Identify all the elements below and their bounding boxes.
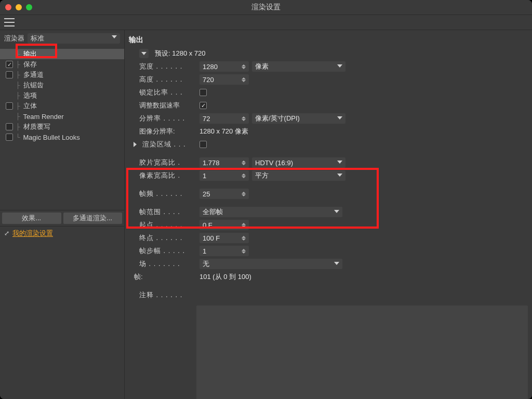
preset-name[interactable]: 我的渲染设置: [12, 229, 53, 238]
multipass-render-button[interactable]: 多通道渲染...: [63, 212, 123, 224]
toolbar: [0, 15, 532, 30]
pixel-aspect-dropdown[interactable]: 平方: [252, 170, 345, 181]
spinner-icon[interactable]: [242, 220, 248, 230]
hamburger-menu-icon[interactable]: [4, 18, 15, 26]
film-aspect-input[interactable]: 1.778: [200, 157, 249, 168]
width-unit-dropdown[interactable]: 像素: [252, 61, 345, 72]
fps-row: 帧频 . . . . . . 25: [129, 188, 528, 200]
frame-step-input[interactable]: 1: [200, 246, 249, 256]
close-window-icon[interactable]: [5, 4, 11, 10]
sidebar-item-label: Team Render: [23, 113, 64, 121]
sidebar-item-save[interactable]: ✓ ├ 保存: [0, 59, 124, 70]
spinner-icon[interactable]: [242, 62, 248, 71]
render-region-row: 渲染区域 . . .: [129, 139, 528, 150]
film-aspect-dropdown[interactable]: HDTV (16:9): [252, 157, 345, 168]
sidebar-item-label: 抗锯齿: [23, 81, 44, 90]
spinner-icon[interactable]: [242, 158, 248, 167]
tree-branch-icon: ├: [16, 123, 20, 130]
checkbox-icon[interactable]: [6, 134, 13, 141]
chevron-down-icon: [337, 64, 342, 68]
tree-branch-icon: ├: [16, 82, 20, 89]
renderer-select[interactable]: 标准: [28, 33, 120, 44]
adjust-rate-checkbox[interactable]: [200, 102, 207, 109]
frame-start-row: 起点 . . . . . . 0 F: [129, 219, 528, 231]
tree-branch-icon: ├: [16, 71, 20, 78]
lock-aspect-checkbox[interactable]: [200, 89, 207, 96]
chevron-down-icon: [112, 35, 117, 38]
width-label: 宽度 . . . . . .: [139, 62, 196, 71]
notes-textarea[interactable]: [196, 305, 528, 399]
chevron-down-icon: [334, 210, 339, 213]
tree-branch-icon: └: [16, 134, 20, 141]
sidebar-item-material-override[interactable]: ├ 材质覆写: [0, 122, 124, 132]
pixel-aspect-row: 像素宽高比 . 1 平方: [129, 170, 528, 181]
image-res-value: 1280 x 720 像素: [200, 127, 248, 136]
dpi-label: 分辨率 . . . . .: [139, 114, 196, 123]
spinner-icon[interactable]: [242, 189, 248, 198]
effects-button[interactable]: 效果...: [2, 212, 61, 224]
renderer-select-value: 标准: [31, 34, 44, 43]
frame-range-label: 帧范围 . . . .: [139, 207, 196, 217]
frame-range-dropdown[interactable]: 全部帧: [200, 207, 342, 217]
film-aspect-row: 胶片宽高比 . 1.778 HDTV (16:9): [129, 157, 528, 168]
frame-end-label: 终点 . . . . . .: [139, 233, 196, 243]
render-region-checkbox[interactable]: [200, 141, 207, 148]
checkbox-icon[interactable]: [6, 123, 13, 130]
field-dropdown[interactable]: 无: [200, 259, 342, 269]
frame-start-label: 起点 . . . . . .: [139, 220, 196, 230]
frame-end-input[interactable]: 100 F: [200, 233, 249, 243]
spinner-icon[interactable]: [242, 114, 248, 123]
sidebar-item-magic-bullet[interactable]: └ Magic Bullet Looks: [0, 132, 124, 142]
chevron-down-icon: [337, 116, 342, 119]
frames-label: 帧:: [134, 272, 196, 282]
lock-aspect-label: 锁定比率 . . .: [139, 88, 196, 97]
titlebar: 渲染设置: [0, 0, 532, 15]
tree-branch-icon: ├: [16, 102, 20, 110]
settings-panel: 输出 预设: 1280 x 720 宽度 . . . . . . 1280 像素: [125, 30, 532, 399]
dpi-row: 分辨率 . . . . . 72 像素/英寸(DPI): [129, 113, 528, 124]
dpi-unit-dropdown[interactable]: 像素/英寸(DPI): [252, 113, 345, 124]
spinner-icon[interactable]: [242, 246, 248, 256]
sidebar-item-multipass[interactable]: ├ 多通道: [0, 70, 124, 80]
checkbox-icon[interactable]: [6, 71, 13, 78]
tree-branch-icon: ├: [16, 113, 20, 120]
preset-label: 预设: 1280 x 720: [155, 49, 206, 58]
expand-icon[interactable]: ⤢: [4, 230, 9, 237]
fps-input[interactable]: 25: [200, 189, 249, 199]
film-aspect-label: 胶片宽高比 .: [139, 158, 196, 167]
width-input[interactable]: 1280: [200, 61, 249, 72]
field-row: 场 . . . . . . . 无: [129, 258, 528, 270]
sidebar-item-antialias[interactable]: ├ 抗锯齿: [0, 80, 124, 90]
tree-branch-icon: ├: [16, 61, 20, 68]
sidebar-item-output[interactable]: ├ 输出: [0, 49, 124, 59]
height-row: 高度 . . . . . . 720: [129, 74, 528, 85]
window-controls: [5, 4, 32, 10]
checkbox-icon[interactable]: [6, 102, 13, 110]
dpi-input[interactable]: 72: [200, 113, 249, 124]
pixel-aspect-input[interactable]: 1: [200, 170, 249, 181]
width-row: 宽度 . . . . . . 1280 像素: [129, 61, 528, 72]
window-title: 渲染设置: [0, 3, 532, 12]
chevron-down-icon: [334, 262, 339, 265]
frame-start-input[interactable]: 0 F: [200, 220, 249, 230]
minimize-window-icon[interactable]: [16, 4, 22, 10]
spinner-icon[interactable]: [242, 171, 248, 180]
chevron-down-icon: [337, 161, 342, 164]
chevron-down-icon: [337, 174, 342, 177]
sidebar-item-team-render[interactable]: ├ Team Render: [0, 111, 124, 122]
zoom-window-icon[interactable]: [26, 4, 32, 10]
sidebar-item-stereo[interactable]: ├ 立体: [0, 101, 124, 111]
notes-row: 注释 . . . . . .: [129, 289, 528, 301]
height-input[interactable]: 720: [200, 74, 249, 85]
checkbox-icon[interactable]: ✓: [6, 61, 13, 68]
pixel-aspect-label: 像素宽高比 .: [139, 171, 196, 180]
chevron-right-icon[interactable]: [134, 142, 137, 147]
frame-step-row: 帧步幅 . . . . . 1: [129, 245, 528, 257]
image-res-row: 图像分辨率: 1280 x 720 像素: [129, 126, 528, 137]
preset-disclosure[interactable]: [139, 49, 149, 58]
adjust-rate-row: 调整数据速率: [129, 100, 528, 111]
spinner-icon[interactable]: [242, 75, 248, 84]
spinner-icon[interactable]: [242, 233, 248, 243]
sidebar-item-options[interactable]: ├ 选项: [0, 90, 124, 101]
sidebar-item-label: 多通道: [23, 70, 44, 79]
